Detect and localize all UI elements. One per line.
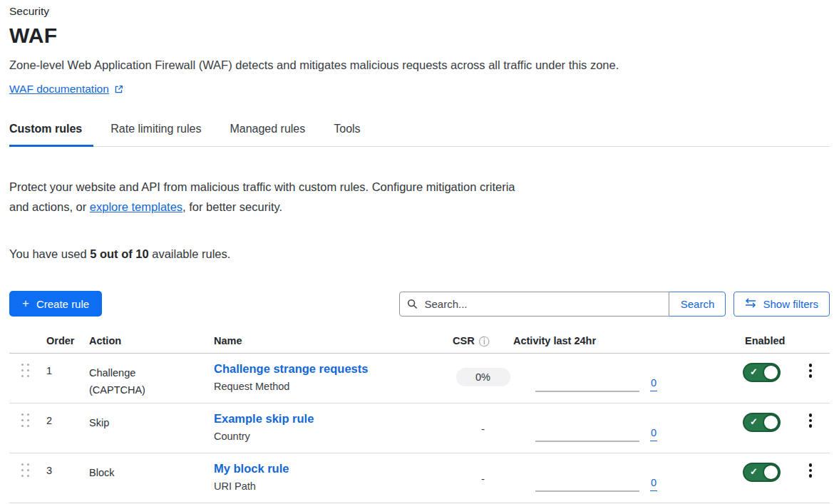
activity-sparkline <box>535 391 639 392</box>
tab-managed-rules[interactable]: Managed rules <box>230 121 316 147</box>
breadcrumb: Security <box>9 5 830 18</box>
enabled-toggle[interactable]: ✓ <box>743 413 781 432</box>
rule-order: 2 <box>46 403 89 453</box>
csr-cell: - <box>453 403 513 453</box>
header-drag-spacer <box>9 335 46 346</box>
enabled-cell: ✓ <box>666 403 791 453</box>
rule-criteria: URI Path <box>214 480 453 492</box>
drag-handle[interactable] <box>9 453 46 503</box>
page-description: Zone-level Web Application Firewall (WAF… <box>9 58 830 72</box>
rule-order: 3 <box>46 453 89 503</box>
doc-link-row: WAF documentation <box>9 83 830 96</box>
usage-after: available rules. <box>149 247 231 260</box>
rule-name-link[interactable]: Challenge strange requests <box>214 362 368 375</box>
usage-text: You have used 5 out of 10 available rule… <box>9 247 830 261</box>
rule-action: Skip <box>89 403 175 453</box>
toolbar: + Create rule Search <box>9 291 830 317</box>
rule-action: Block <box>89 453 175 503</box>
activity-count-link[interactable]: 0 <box>650 427 657 441</box>
activity-cell: 0 <box>513 354 666 403</box>
activity-cell: 0 <box>513 453 666 503</box>
row-menu-cell <box>791 354 830 403</box>
usage-before: You have used <box>9 247 90 260</box>
rule-criteria: Request Method <box>214 381 453 392</box>
kebab-menu-icon[interactable] <box>805 463 815 478</box>
csr-dash: - <box>481 418 485 435</box>
csr-cell: 0% <box>453 354 513 403</box>
tab-tools[interactable]: Tools <box>334 121 371 147</box>
rule-criteria: Country <box>214 431 453 442</box>
usage-count: 5 out of 10 <box>90 247 149 260</box>
external-link-icon <box>114 85 123 94</box>
plus-icon: + <box>22 297 29 311</box>
activity-cell: 0 <box>513 403 666 453</box>
search-icon <box>407 299 418 312</box>
drag-handle[interactable] <box>9 354 46 403</box>
create-rule-label: Create rule <box>36 298 89 310</box>
header-activity: Activity last 24hr <box>513 335 666 346</box>
intro-after: , for better security. <box>182 200 282 213</box>
check-icon: ✓ <box>750 366 758 377</box>
table-row: 1 Challenge (CAPTCHA) Challenge strange … <box>9 354 830 403</box>
swap-arrows-icon <box>745 298 756 310</box>
rule-action: Challenge (CAPTCHA) <box>89 354 175 403</box>
header-name: Name <box>214 335 453 346</box>
check-icon: ✓ <box>750 416 758 427</box>
header-csr-label: CSR <box>453 335 475 346</box>
header-order: Order <box>46 335 89 346</box>
explore-templates-link[interactable]: explore templates <box>90 200 182 213</box>
rule-name-cell: Example skip rule Country <box>214 403 453 453</box>
page-title: WAF <box>9 24 830 48</box>
enabled-toggle[interactable]: ✓ <box>743 463 781 482</box>
tab-bar: Custom rules Rate limiting rules Managed… <box>9 121 830 147</box>
kebab-menu-icon[interactable] <box>805 413 815 428</box>
activity-count-link[interactable]: 0 <box>650 377 657 391</box>
create-rule-button[interactable]: + Create rule <box>9 291 102 317</box>
drag-dots-icon <box>21 463 29 477</box>
rule-name-link[interactable]: Example skip rule <box>214 412 314 425</box>
header-action: Action <box>89 335 214 346</box>
toggle-knob <box>763 414 779 431</box>
row-menu-cell <box>791 453 830 503</box>
tab-custom-rules[interactable]: Custom rules <box>9 121 93 147</box>
info-icon[interactable]: ⓘ <box>479 336 490 346</box>
table-row: 3 Block My block rule URI Path - 0 ✓ <box>9 453 830 503</box>
activity-count-link[interactable]: 0 <box>650 477 657 491</box>
rules-table: Order Action Name CSR ⓘ Activity last 24… <box>9 332 830 503</box>
rule-order: 1 <box>46 354 89 403</box>
activity-sparkline <box>535 441 639 442</box>
toggle-knob <box>763 364 779 381</box>
rule-name-cell: My block rule URI Path <box>214 453 453 503</box>
row-menu-cell <box>791 403 830 453</box>
table-header-row: Order Action Name CSR ⓘ Activity last 24… <box>9 332 830 354</box>
waf-page: Security WAF Zone-level Web Application … <box>0 0 839 503</box>
drag-dots-icon <box>21 413 29 427</box>
drag-dots-icon <box>21 364 29 377</box>
csr-dash: - <box>481 468 485 485</box>
csr-badge: 0% <box>456 368 510 386</box>
activity-sparkline <box>535 490 639 492</box>
search-input[interactable] <box>399 292 669 317</box>
search-wrap <box>399 292 669 317</box>
rule-name-link[interactable]: My block rule <box>214 462 289 475</box>
drag-handle[interactable] <box>9 403 46 453</box>
search-button[interactable]: Search <box>669 292 726 317</box>
enabled-cell: ✓ <box>666 453 791 503</box>
search-cluster: Search Show filters <box>399 292 830 317</box>
show-filters-label: Show filters <box>763 298 818 310</box>
csr-cell: - <box>453 453 513 503</box>
kebab-menu-icon[interactable] <box>805 364 815 378</box>
intro-text: Protect your website and API from malici… <box>9 177 537 217</box>
show-filters-button[interactable]: Show filters <box>734 292 830 317</box>
header-csr: CSR ⓘ <box>453 335 513 346</box>
tab-rate-limiting-rules[interactable]: Rate limiting rules <box>110 121 212 147</box>
table-row: 2 Skip Example skip rule Country - 0 ✓ <box>9 403 830 453</box>
rule-name-cell: Challenge strange requests Request Metho… <box>214 354 453 403</box>
check-icon: ✓ <box>750 466 758 477</box>
header-enabled: Enabled <box>666 335 791 346</box>
enabled-cell: ✓ <box>666 354 791 403</box>
enabled-toggle[interactable]: ✓ <box>743 363 781 382</box>
header-menu-spacer <box>791 335 830 346</box>
waf-documentation-link[interactable]: WAF documentation <box>9 83 109 96</box>
toggle-knob <box>763 464 779 480</box>
